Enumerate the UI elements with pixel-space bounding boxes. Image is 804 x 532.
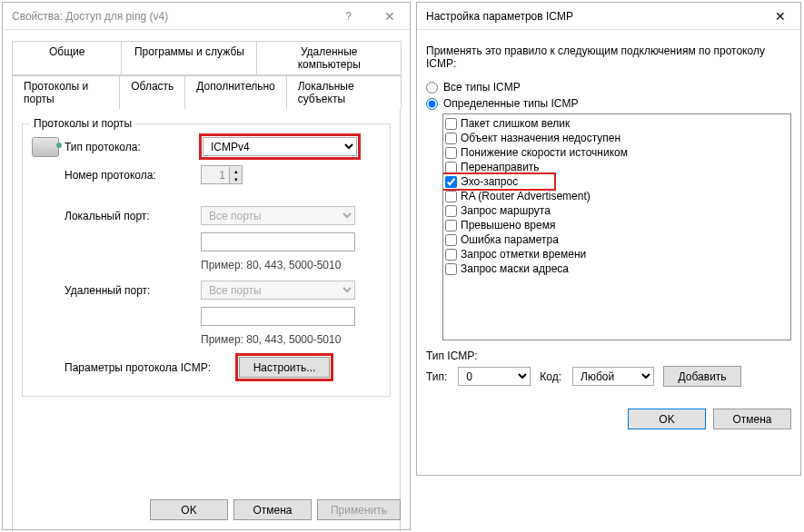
groupbox-title: Протоколы и порты [30,117,135,130]
icmp-type-label: Запрос маски адреса [461,262,569,275]
add-button[interactable]: Добавить [663,366,741,387]
icmp-type-checkbox[interactable] [445,118,457,130]
remote-port-hint: Пример: 80, 443, 5000-5010 [201,333,381,346]
icmp-type-item[interactable]: RA (Router Advertisement) [443,189,790,203]
close-button-right[interactable]: ✕ [759,3,800,29]
icmp-params-label: Параметры протокола ICMP: [65,361,237,374]
icmp-type-checkbox[interactable] [445,205,457,217]
icmp-type-item[interactable]: Ошибка параметра [443,232,790,247]
icmp-type-checkbox[interactable] [445,220,457,232]
code-select[interactable]: Любой [572,367,654,386]
icmp-type-label: Ошибка параметра [461,233,559,246]
icmp-type-label: RA (Router Advertisement) [461,190,591,202]
type-select[interactable]: 0 [458,367,531,386]
local-port-input [201,232,355,251]
ok-button-left[interactable]: OK [150,499,228,520]
icmp-type-checkbox[interactable] [445,133,457,144]
icmp-type-item[interactable]: Эхо-запрос [443,174,554,189]
spinner-down[interactable]: ▾ [229,175,242,183]
icmp-type-label: Понижение скорости источником [461,146,628,159]
icmp-type-label: Объект назначения недоступен [461,132,620,144]
tab-advanced[interactable]: Дополнительно [184,75,286,109]
protocol-type-select[interactable]: ICMPv4 [203,137,357,156]
dialog-footer-right: OK Отмена [426,387,791,429]
icmp-type-item[interactable]: Запрос маски адреса [443,261,790,276]
icmp-type-checkbox[interactable] [445,263,457,275]
icmp-type-checkbox[interactable] [445,234,457,246]
icmp-type-item[interactable]: Понижение скорости источником [443,145,790,160]
tab-programs[interactable]: Программы и службы [121,41,257,75]
icmp-type-label: Превышено время [461,219,555,232]
tabstrip: Общие Программы и службы Удаленные компь… [12,41,401,109]
type-label: Тип: [426,370,447,383]
icmp-type-label: Запрос маршрута [461,204,551,217]
icmp-type-label: Пакет слишком велик [461,117,570,130]
icmp-type-checkbox[interactable] [445,191,457,202]
icmp-settings-window: Настройка параметров ICMP ✕ Применять эт… [416,2,801,476]
window-body-left: Общие Программы и службы Удаленные компь… [3,30,410,529]
code-label: Код: [540,370,561,383]
window-title-right: Настройка параметров ICMP [426,10,759,23]
icmp-type-item[interactable]: Запрос маршрута [443,203,790,218]
local-port-hint: Пример: 80, 443, 5000-5010 [201,259,381,271]
dialog-footer-left: OK Отмена Применить [150,499,401,520]
icmp-type-checkbox[interactable] [445,162,457,173]
cancel-button-left[interactable]: Отмена [233,499,312,520]
intro-text: Применять это правило к следующим подклю… [426,44,791,70]
icmp-type-label: Запрос отметки времени [461,248,586,261]
icmp-type-label: Эхо-запрос [461,175,518,188]
protocols-ports-groupbox: Протоколы и порты Тип протокола: ICMPv4 [22,123,391,397]
icmp-type-item[interactable]: Перенаправить [443,160,790,174]
local-port-label: Локальный порт: [65,210,201,222]
protocol-type-label: Тип протокола: [65,141,201,153]
apply-button-left: Применить [317,499,401,520]
icmp-type-item[interactable]: Пакет слишком велик [443,116,790,131]
type-section-label: Тип ICMP: [426,350,791,362]
icmp-type-item[interactable]: Объект назначения недоступен [443,131,790,145]
titlebar-left: Свойства: Доступ для ping (v4) ? ✕ [3,3,410,30]
close-button-left[interactable]: ✕ [369,3,410,29]
icmp-type-checkbox[interactable] [445,176,457,188]
icmp-type-item[interactable]: Запрос отметки времени [443,247,790,261]
remote-port-select: Все порты [201,281,355,300]
icmp-type-checkbox[interactable] [445,147,457,159]
spinner-up[interactable]: ▴ [229,167,242,175]
tab-scope[interactable]: Область [119,75,185,109]
radio-all-types[interactable] [426,82,438,94]
local-port-select: Все порты [201,206,355,225]
tab-remote-computers[interactable]: Удаленные компьютеры [256,41,402,75]
tab-content: Протоколы и порты Тип протокола: ICMPv4 [12,109,401,532]
nic-icon [32,137,59,157]
radio-all-label: Все типы ICMP [443,81,521,94]
help-button-left[interactable]: ? [328,3,369,29]
icmp-type-checkbox[interactable] [445,249,457,261]
tab-general[interactable]: Общие [12,41,122,75]
protocol-number-value: 1 [202,169,229,182]
cancel-button-right[interactable]: Отмена [713,409,791,429]
configure-icmp-button[interactable]: Настроить... [239,357,330,378]
tab-local-principals[interactable]: Локальные субъекты [286,75,402,109]
window-body-right: Применять это правило к следующим подклю… [417,30,800,437]
properties-window: Свойства: Доступ для ping (v4) ? ✕ Общие… [2,2,411,530]
window-title-left: Свойства: Доступ для ping (v4) [12,10,328,23]
tab-protocols-ports[interactable]: Протоколы и порты [12,75,120,109]
radio-specific-label: Определенные типы ICMP [443,97,578,110]
ok-button-right[interactable]: OK [628,409,706,429]
icmp-types-listbox[interactable]: Пакет слишком великОбъект назначения нед… [442,113,791,340]
icmp-type-label: Перенаправить [461,161,540,173]
remote-port-input [201,307,355,326]
radio-specific-types[interactable] [426,98,438,110]
titlebar-right: Настройка параметров ICMP ✕ [417,3,800,30]
protocol-number-spinner[interactable]: 1 ▴▾ [201,165,243,184]
protocol-number-label: Номер протокола: [65,169,201,182]
icmp-type-item[interactable]: Превышено время [443,218,790,232]
remote-port-label: Удаленный порт: [65,284,201,297]
